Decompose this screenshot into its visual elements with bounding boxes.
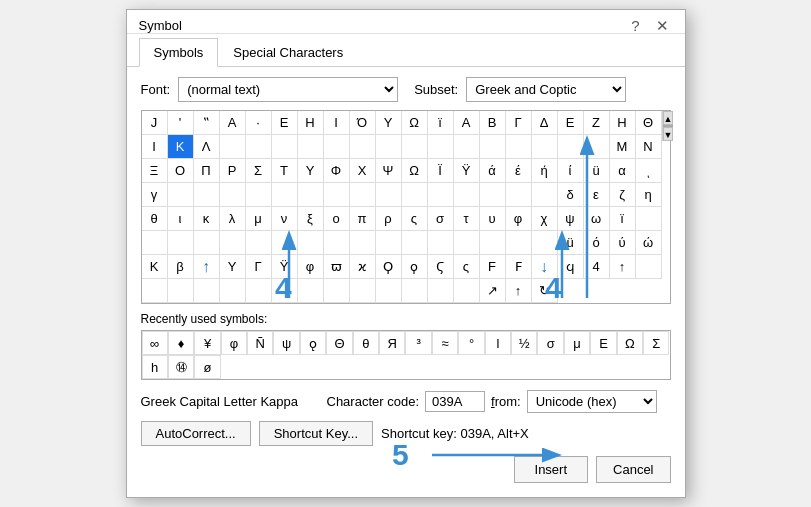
symbol-cell[interactable]: ϖ — [324, 255, 350, 279]
symbol-cell[interactable] — [454, 279, 480, 303]
symbol-cell[interactable] — [376, 135, 402, 159]
recent-cell[interactable]: Θ — [326, 331, 352, 355]
symbol-cell[interactable]: ' — [168, 111, 194, 135]
symbol-cell[interactable] — [376, 279, 402, 303]
symbol-cell[interactable]: Ψ — [376, 159, 402, 183]
symbol-cell[interactable] — [350, 279, 376, 303]
symbol-cell[interactable]: Ι — [324, 111, 350, 135]
subset-select[interactable]: Greek and Coptic — [466, 77, 626, 102]
symbol-cell[interactable]: ü — [558, 231, 584, 255]
symbol-cell[interactable] — [480, 183, 506, 207]
recent-cell[interactable]: ¥ — [194, 331, 220, 355]
symbol-cell[interactable]: ο — [324, 207, 350, 231]
shortcut-key-button[interactable]: Shortcut Key... — [259, 421, 373, 446]
symbol-cell[interactable] — [350, 135, 376, 159]
cancel-button[interactable]: Cancel — [596, 456, 670, 483]
symbol-cell[interactable] — [324, 183, 350, 207]
symbol-cell[interactable] — [532, 231, 558, 255]
tab-symbols[interactable]: Symbols — [139, 38, 219, 67]
symbol-cell[interactable] — [298, 135, 324, 159]
symbol-cell[interactable]: δ — [558, 183, 584, 207]
recent-cell[interactable]: φ — [221, 331, 247, 355]
symbol-cell[interactable]: τ — [454, 207, 480, 231]
symbol-cell[interactable]: Θ — [636, 111, 662, 135]
symbol-cell[interactable] — [142, 231, 168, 255]
recent-cell[interactable]: ∞ — [142, 331, 168, 355]
symbol-cell[interactable]: λ — [220, 207, 246, 231]
symbol-cell[interactable] — [324, 231, 350, 255]
symbol-cell[interactable]: Ό — [350, 111, 376, 135]
recent-cell[interactable]: ø — [194, 355, 220, 379]
insert-button[interactable]: Insert — [514, 456, 589, 483]
symbol-cell[interactable]: ζ — [610, 183, 636, 207]
recent-cell[interactable]: σ — [537, 331, 563, 355]
symbol-cell[interactable] — [506, 135, 532, 159]
symbol-cell[interactable]: Ρ — [220, 159, 246, 183]
recent-cell[interactable]: ≈ — [432, 331, 458, 355]
symbol-cell[interactable]: φ — [506, 207, 532, 231]
symbol-cell[interactable] — [636, 207, 662, 231]
symbol-cell[interactable] — [454, 135, 480, 159]
symbol-cell[interactable]: ϥ — [558, 255, 584, 279]
symbol-cell[interactable] — [506, 231, 532, 255]
symbol-cell[interactable] — [376, 183, 402, 207]
symbol-cell[interactable] — [324, 279, 350, 303]
symbol-cell[interactable]: Χ — [350, 159, 376, 183]
symbol-cell[interactable]: Ε — [558, 111, 584, 135]
symbol-cell[interactable] — [142, 279, 168, 303]
symbol-cell[interactable]: · — [246, 111, 272, 135]
symbol-cell[interactable] — [454, 231, 480, 255]
symbol-cell[interactable]: π — [350, 207, 376, 231]
symbol-cell[interactable]: Ξ — [142, 159, 168, 183]
symbol-cell[interactable]: φ — [298, 255, 324, 279]
symbol-cell[interactable]: ξ — [298, 207, 324, 231]
symbol-cell[interactable]: μ — [246, 207, 272, 231]
symbol-cell[interactable]: γ — [142, 183, 168, 207]
symbol-cell[interactable]: ϙ — [402, 255, 428, 279]
symbol-cell[interactable]: Τ — [272, 159, 298, 183]
recent-cell[interactable]: Я — [379, 331, 405, 355]
symbol-cell[interactable]: ι — [168, 207, 194, 231]
symbol-cell[interactable]: έ — [506, 159, 532, 183]
symbol-cell[interactable]: ώ — [636, 231, 662, 255]
symbol-cell[interactable]: F — [480, 255, 506, 279]
symbol-cell[interactable]: ί — [558, 159, 584, 183]
symbol-cell[interactable] — [168, 183, 194, 207]
symbol-cell[interactable]: Λ — [194, 135, 220, 159]
symbol-cell[interactable]: ï — [610, 207, 636, 231]
symbol-cell[interactable] — [584, 135, 610, 159]
symbol-cell[interactable] — [220, 183, 246, 207]
autocorrect-button[interactable]: AutoCorrect... — [141, 421, 251, 446]
symbol-cell[interactable]: ↻ — [532, 279, 558, 303]
symbol-cell[interactable] — [194, 183, 220, 207]
symbol-cell[interactable]: 4 — [584, 255, 610, 279]
symbol-cell[interactable] — [376, 231, 402, 255]
recent-cell[interactable]: ⑭ — [168, 355, 194, 379]
symbol-cell-selected[interactable]: Κ — [168, 135, 194, 159]
symbol-cell[interactable] — [298, 183, 324, 207]
font-select[interactable]: (normal text) — [178, 77, 398, 102]
symbol-cell[interactable] — [324, 135, 350, 159]
recent-cell[interactable]: θ — [353, 331, 379, 355]
symbol-cell[interactable] — [506, 183, 532, 207]
symbol-cell[interactable] — [402, 231, 428, 255]
symbol-cell[interactable]: ύ — [610, 231, 636, 255]
symbol-cell[interactable] — [272, 231, 298, 255]
symbol-cell[interactable] — [246, 135, 272, 159]
symbol-cell[interactable]: Η — [298, 111, 324, 135]
symbol-cell[interactable]: Κ — [142, 255, 168, 279]
symbol-cell[interactable]: α — [610, 159, 636, 183]
symbol-cell[interactable]: Φ — [324, 159, 350, 183]
recent-cell[interactable]: Ω — [617, 331, 643, 355]
recent-cell[interactable]: ǫ — [300, 331, 326, 355]
symbol-cell[interactable]: Π — [194, 159, 220, 183]
recent-cell[interactable]: ½ — [511, 331, 537, 355]
symbol-cell[interactable] — [272, 135, 298, 159]
symbol-cell[interactable]: Ϛ — [428, 255, 454, 279]
from-select[interactable]: Unicode (hex) — [527, 390, 657, 413]
symbol-cell[interactable]: Α — [220, 111, 246, 135]
symbol-cell[interactable] — [272, 183, 298, 207]
symbol-cell[interactable]: Ο — [168, 159, 194, 183]
symbol-cell[interactable]: ω — [584, 207, 610, 231]
symbol-cell[interactable]: ϰ — [350, 255, 376, 279]
